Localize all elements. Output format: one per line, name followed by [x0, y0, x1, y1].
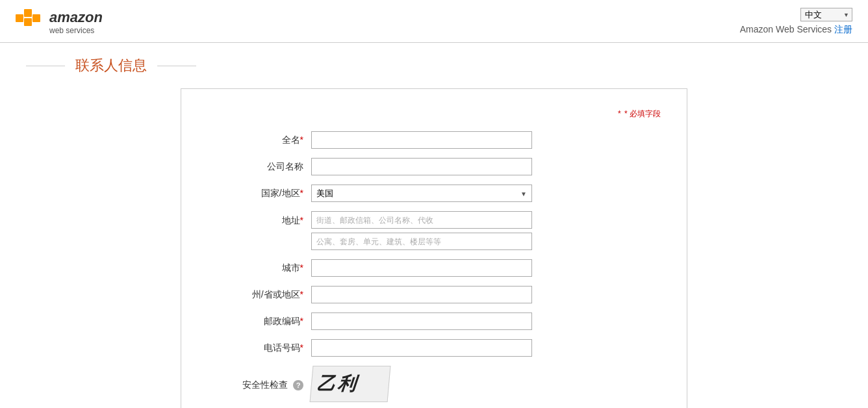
svg-rect-1 [24, 9, 32, 17]
section-title: 联系人信息 [65, 56, 157, 75]
amazon-logo-icon [16, 9, 45, 35]
register-link[interactable]: 注册 [834, 24, 852, 34]
header-title: Amazon Web Services 注册 [740, 24, 852, 36]
country-row: 国家/地区* 美国 中国 日本 韩国 德国 英国 法国 [207, 185, 661, 202]
postal-field [311, 312, 661, 330]
phone-input[interactable] [311, 339, 532, 357]
state-label: 州/省或地区* [207, 289, 311, 301]
fullname-label: 全名* [207, 134, 311, 146]
country-field: 美国 中国 日本 韩国 德国 英国 法国 [311, 185, 661, 202]
state-row: 州/省或地区* [207, 286, 661, 303]
amazon-text: amazon [49, 9, 103, 26]
company-field [311, 158, 661, 175]
city-input[interactable] [311, 259, 532, 277]
main-content: 联系人信息 * * 必填字段 全名* 公司名称 [0, 43, 868, 408]
address1-input[interactable] [311, 211, 532, 229]
svg-rect-2 [24, 18, 32, 26]
address2-input[interactable] [311, 233, 532, 250]
svg-rect-0 [16, 14, 23, 22]
country-select[interactable]: 美国 中国 日本 韩国 德国 英国 法国 [311, 185, 532, 202]
required-note: * * 必填字段 [207, 108, 661, 120]
city-field [311, 259, 661, 277]
phone-label: 电话号码* [207, 342, 311, 354]
company-row: 公司名称 [207, 158, 661, 175]
city-label: 城市* [207, 262, 311, 274]
postal-label: 邮政编码* [207, 316, 311, 327]
section-title-wrap: 联系人信息 [26, 56, 842, 75]
postal-row: 邮政编码* [207, 312, 661, 330]
language-select[interactable]: 中文 English 日本語 한국어 Deutsch [800, 8, 852, 21]
fullname-input[interactable] [311, 131, 532, 149]
help-icon[interactable]: ? [293, 380, 303, 390]
form-container: * * 必填字段 全名* 公司名称 国家/地区* [181, 88, 687, 408]
country-select-wrapper[interactable]: 美国 中国 日本 韩国 德国 英国 法国 [311, 185, 532, 202]
company-input[interactable] [311, 158, 532, 175]
title-line-right [157, 66, 196, 66]
fullname-row: 全名* [207, 131, 661, 149]
city-row: 城市* [207, 259, 661, 277]
security-label: 安全性检查 ? [207, 379, 311, 391]
phone-row: 电话号码* [207, 339, 661, 357]
header-right: 中文 English 日本語 한국어 Deutsch Amazon Web Se… [740, 8, 852, 36]
fullname-field [311, 131, 661, 149]
captcha-image: 乙利 [310, 366, 391, 402]
web-services-text: web services [49, 26, 103, 35]
address-row: 地址* [207, 211, 661, 250]
state-field [311, 286, 661, 303]
company-label: 公司名称 [207, 161, 311, 173]
page-header: amazon web services 中文 English 日本語 한국어 D… [0, 0, 868, 43]
security-row: 安全性检查 ? 乙利 [207, 366, 661, 404]
country-label: 国家/地区* [207, 188, 311, 199]
phone-field [311, 339, 661, 357]
language-selector-wrapper[interactable]: 中文 English 日本語 한국어 Deutsch [800, 8, 852, 21]
address-label: 地址* [207, 211, 311, 227]
title-line-left [26, 66, 65, 66]
security-field: 乙利 [311, 366, 661, 404]
postal-input[interactable] [311, 312, 532, 330]
address-field [311, 211, 661, 250]
logo-area: amazon web services [16, 9, 103, 35]
amazon-logo: amazon web services [16, 9, 103, 35]
state-input[interactable] [311, 286, 532, 303]
svg-rect-3 [32, 14, 40, 22]
